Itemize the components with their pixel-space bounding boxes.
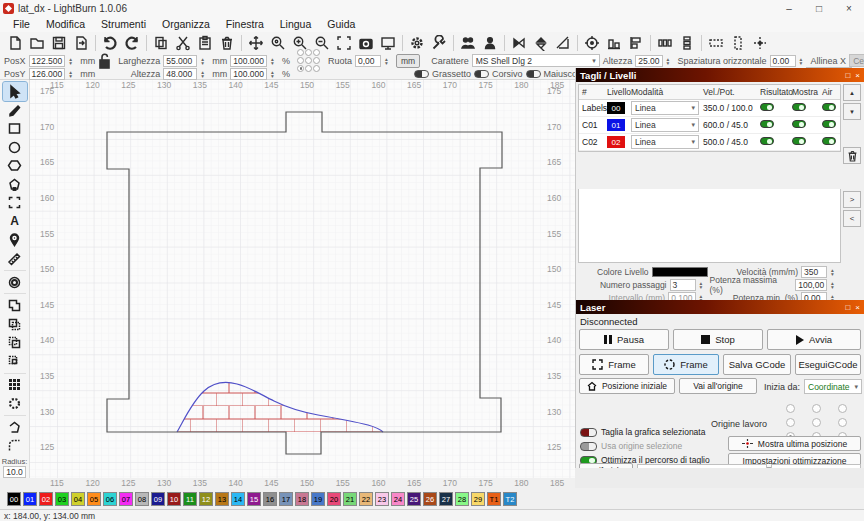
- font-altezza-field[interactable]: 25.00: [635, 55, 662, 67]
- laser-position-tool[interactable]: [3, 231, 27, 250]
- move-tool-icon[interactable]: [245, 33, 267, 53]
- palette-chip[interactable]: 19: [311, 492, 325, 506]
- h-percent-field[interactable]: 100.000: [230, 68, 267, 80]
- frame-circle-button[interactable]: Frame: [653, 354, 719, 375]
- passaggi-spinner[interactable]: ▴▾: [700, 281, 708, 289]
- group-icon[interactable]: [457, 33, 479, 53]
- salva-gcode-button[interactable]: Salva GCode: [723, 354, 791, 375]
- palette-chip[interactable]: 10: [167, 492, 181, 506]
- layer-row[interactable]: C01 01 Linea▾ 600.0 / 45.0: [579, 117, 840, 134]
- palette-chip[interactable]: 16: [263, 492, 277, 506]
- font-altezza-spinner[interactable]: ▴▾: [667, 57, 675, 65]
- float-panel-icon[interactable]: □: [845, 303, 850, 312]
- ruota-field[interactable]: 0,00: [355, 55, 381, 67]
- save-file-icon[interactable]: [48, 33, 70, 53]
- distribute-horizontal-icon[interactable]: [654, 33, 676, 53]
- menu-item[interactable]: Organizza: [155, 17, 217, 31]
- spaz-o-spinner[interactable]: ▴▾: [800, 57, 808, 65]
- flip-vertical-icon[interactable]: [530, 33, 552, 53]
- boolean-intersect-tool[interactable]: [3, 352, 27, 371]
- layer-mode-select[interactable]: Linea▾: [631, 135, 699, 149]
- menu-item[interactable]: File: [6, 17, 37, 31]
- palette-chip[interactable]: 26: [423, 492, 437, 506]
- vai-origine-button[interactable]: Vai all'origine: [679, 378, 757, 394]
- menu-item[interactable]: Strumenti: [94, 17, 153, 31]
- air-toggle[interactable]: [822, 120, 836, 128]
- altezza-spinner[interactable]: ▴▾: [201, 70, 209, 78]
- offset-shapes-tool[interactable]: [3, 273, 27, 292]
- grid-array-tool[interactable]: [3, 376, 27, 395]
- palette-chip[interactable]: 18: [295, 492, 309, 506]
- preview-icon[interactable]: [377, 33, 399, 53]
- align-left-icon[interactable]: [625, 33, 647, 53]
- mostra-toggle[interactable]: [792, 120, 806, 128]
- align-bottom-icon[interactable]: [603, 33, 625, 53]
- palette-chip[interactable]: 06: [103, 492, 117, 506]
- menu-item[interactable]: Finestra: [219, 17, 271, 31]
- camera-capture-icon[interactable]: [355, 33, 377, 53]
- risultato-toggle[interactable]: [760, 120, 774, 128]
- same-height-icon[interactable]: [727, 33, 749, 53]
- text-tool[interactable]: A: [3, 212, 27, 231]
- center-selection-icon[interactable]: [581, 33, 603, 53]
- palette-chip[interactable]: 27: [439, 492, 453, 506]
- layer-color-chip[interactable]: 02: [607, 136, 625, 148]
- settings-gear-icon[interactable]: [406, 33, 428, 53]
- stop-button[interactable]: Stop: [673, 329, 763, 350]
- layer-down-button[interactable]: ▼: [843, 103, 861, 120]
- palette-chip[interactable]: 20: [327, 492, 341, 506]
- risultato-toggle[interactable]: [760, 103, 774, 111]
- new-file-icon[interactable]: [4, 33, 26, 53]
- copy-icon[interactable]: [150, 33, 172, 53]
- mirror-diagonal-icon[interactable]: [552, 33, 574, 53]
- usa-origine-toggle[interactable]: [580, 442, 597, 451]
- circular-array-tool[interactable]: [3, 394, 27, 413]
- flip-horizontal-icon[interactable]: [508, 33, 530, 53]
- grassetto-toggle[interactable]: [414, 70, 429, 78]
- mostra-toggle[interactable]: [792, 137, 806, 145]
- origin-radio[interactable]: [838, 404, 847, 413]
- layer-row[interactable]: C02 02 Linea▾ 500.0 / 45.0: [579, 134, 840, 151]
- float-panel-icon[interactable]: □: [845, 71, 850, 80]
- passaggi-field[interactable]: 3: [670, 279, 696, 291]
- mostra-ultima-posizione-button[interactable]: Mostra ultima posizione: [728, 436, 861, 451]
- inizia-da-select[interactable]: Coordinate assolute▾: [804, 379, 862, 394]
- pausa-button[interactable]: Pausa: [579, 329, 669, 350]
- palette-chip[interactable]: 02: [39, 492, 53, 506]
- radius-field[interactable]: 10.0: [3, 466, 26, 478]
- palette-chip[interactable]: 14: [231, 492, 245, 506]
- ellipse-tool[interactable]: [3, 138, 27, 157]
- move-to-origin-icon[interactable]: [749, 33, 771, 53]
- same-width-icon[interactable]: [705, 33, 727, 53]
- measure-tool[interactable]: [3, 249, 27, 268]
- origin-radio[interactable]: [786, 418, 795, 427]
- mm-unit-button[interactable]: mm: [396, 54, 420, 68]
- air-toggle[interactable]: [822, 103, 836, 111]
- palette-chip[interactable]: T2: [503, 492, 517, 506]
- posizione-iniziale-button[interactable]: Posizione iniziale: [579, 378, 675, 394]
- menu-item[interactable]: Guida: [320, 17, 362, 31]
- delete-icon[interactable]: [216, 33, 238, 53]
- pot-max-field[interactable]: 100,00: [795, 279, 827, 291]
- palette-chip[interactable]: 21: [343, 492, 357, 506]
- origin-radio[interactable]: [838, 418, 847, 427]
- font-select[interactable]: MS Shell Dlg 2▾: [472, 54, 600, 67]
- redo-icon[interactable]: [121, 33, 143, 53]
- rectangle-tool[interactable]: [3, 119, 27, 138]
- ungroup-icon[interactable]: [479, 33, 501, 53]
- air-toggle[interactable]: [822, 137, 836, 145]
- posx-spinner[interactable]: ▴▾: [69, 57, 77, 65]
- palette-chip[interactable]: 00: [7, 492, 21, 506]
- boolean-union-tool[interactable]: [3, 296, 27, 315]
- laser-panel-titlebar[interactable]: Laser □ ×: [576, 300, 864, 314]
- delete-layer-button[interactable]: [843, 147, 861, 164]
- layer-color-swatch[interactable]: [652, 267, 708, 277]
- w-percent-spinner[interactable]: ▴▾: [271, 57, 279, 65]
- palette-chip[interactable]: 07: [119, 492, 133, 506]
- palette-chip[interactable]: T1: [487, 492, 501, 506]
- palette-chip[interactable]: 15: [247, 492, 261, 506]
- device-settings-wrench-icon[interactable]: [428, 33, 450, 53]
- cut-shapes-tool[interactable]: [3, 418, 27, 437]
- maiuscolo-toggle[interactable]: [526, 70, 541, 78]
- distribute-vertical-icon[interactable]: [676, 33, 698, 53]
